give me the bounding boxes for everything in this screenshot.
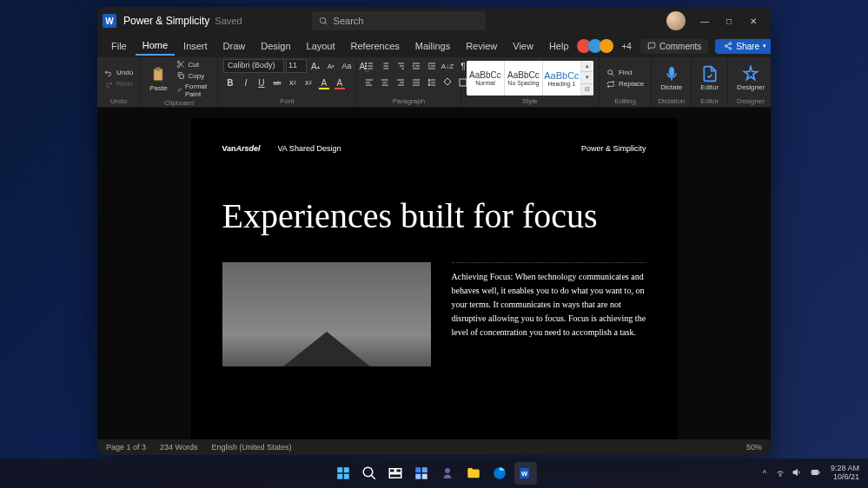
underline-button[interactable]: U xyxy=(255,76,268,89)
change-case-button[interactable]: Aa xyxy=(340,59,354,73)
presence-count[interactable]: +4 xyxy=(622,42,632,51)
search-box[interactable]: Search xyxy=(312,11,486,30)
bold-button[interactable]: B xyxy=(223,76,237,89)
cut-button[interactable]: Cut xyxy=(175,59,212,69)
line-spacing-button[interactable] xyxy=(425,76,439,89)
styles-group-label: Style xyxy=(467,97,593,106)
font-size-select[interactable]: 11 xyxy=(286,59,307,73)
user-avatar[interactable] xyxy=(666,11,686,30)
svg-rect-51 xyxy=(669,68,673,76)
edge-button[interactable] xyxy=(488,462,511,485)
style-normal[interactable]: AaBbCc Normal xyxy=(467,61,505,96)
align-center-button[interactable] xyxy=(378,76,392,89)
presence-avatars[interactable] xyxy=(580,39,613,53)
undo-button[interactable]: Undo xyxy=(103,68,135,78)
svg-point-3 xyxy=(726,45,728,48)
styles-prev-button[interactable]: ▴ xyxy=(581,61,593,72)
subscript-button[interactable]: x2 xyxy=(286,76,300,89)
copy-button[interactable]: Copy xyxy=(175,70,212,81)
menu-design[interactable]: Design xyxy=(254,37,297,55)
editor-label: Editor xyxy=(700,83,719,91)
font-color-button[interactable]: A xyxy=(333,76,347,89)
editor-group-label: Editor xyxy=(697,97,722,106)
status-language[interactable]: English (United States) xyxy=(211,443,291,452)
menu-draw[interactable]: Draw xyxy=(216,37,253,55)
ribbon: Undo Redo Undo Paste xyxy=(97,57,771,108)
designer-button[interactable]: Designer xyxy=(733,63,768,93)
start-button[interactable] xyxy=(332,462,354,485)
style-name: Normal xyxy=(475,80,495,86)
comments-button[interactable]: Comments xyxy=(640,39,708,54)
battery-icon[interactable] xyxy=(810,467,822,479)
wifi-icon[interactable] xyxy=(775,467,785,479)
copy-label: Copy xyxy=(189,72,205,80)
justify-button[interactable] xyxy=(409,76,423,89)
taskbar-search-button[interactable] xyxy=(358,462,381,485)
close-button[interactable]: ✕ xyxy=(741,9,765,33)
align-left-button[interactable] xyxy=(362,76,376,89)
status-page[interactable]: Page 1 of 3 xyxy=(106,443,146,452)
clear-formatting-button[interactable]: A∅ xyxy=(355,59,369,73)
grow-font-button[interactable]: A▴ xyxy=(308,59,322,73)
menu-insert[interactable]: Insert xyxy=(176,37,215,55)
menu-file[interactable]: File xyxy=(104,37,134,55)
search-icon xyxy=(606,69,615,77)
status-zoom[interactable]: 50% xyxy=(746,443,762,452)
redo-button[interactable]: Redo xyxy=(103,79,135,89)
decrease-indent-button[interactable] xyxy=(409,59,423,73)
menu-layout[interactable]: Layout xyxy=(300,37,342,55)
highlight-button[interactable]: A xyxy=(317,76,331,89)
styles-next-button[interactable]: ▾ xyxy=(581,72,593,83)
align-right-button[interactable] xyxy=(394,76,407,89)
shrink-font-button[interactable]: A▾ xyxy=(324,59,338,73)
menu-help[interactable]: Help xyxy=(542,37,576,55)
paste-button[interactable]: Paste xyxy=(146,64,170,94)
menu-references[interactable]: References xyxy=(344,37,407,55)
multilevel-icon xyxy=(395,61,406,71)
menu-home[interactable]: Home xyxy=(136,36,175,56)
status-words[interactable]: 234 Words xyxy=(160,443,197,452)
volume-icon[interactable] xyxy=(792,467,803,479)
dictate-label: Dictate xyxy=(660,83,682,91)
ribbon-group-clipboard: Paste Cut Copy Format Pain xyxy=(141,57,218,107)
style-no-spacing[interactable]: AaBbCc No Spacing xyxy=(505,61,543,96)
task-view-button[interactable] xyxy=(384,462,407,485)
dictate-button[interactable]: Dictate xyxy=(657,63,686,93)
minimize-button[interactable]: — xyxy=(692,9,717,33)
outdent-icon xyxy=(411,61,421,71)
sort-button[interactable]: A↓Z xyxy=(441,59,454,73)
word-taskbar-button[interactable]: W xyxy=(514,462,537,485)
increase-indent-button[interactable] xyxy=(425,59,439,73)
file-explorer-button[interactable] xyxy=(462,462,485,485)
font-name-select[interactable]: Calibri (Body) xyxy=(223,59,284,73)
document-title: Power & Simplicity xyxy=(123,15,209,27)
document-area[interactable]: VanArsdel VA Shared Design Power & Simpl… xyxy=(97,108,771,439)
find-label: Find xyxy=(619,69,633,76)
multilevel-list-button[interactable] xyxy=(394,59,407,73)
menu-review[interactable]: Review xyxy=(459,37,504,55)
widgets-button[interactable] xyxy=(410,462,433,485)
clock[interactable]: 9:28 AM 10/6/21 xyxy=(831,465,859,482)
folder-icon xyxy=(466,465,481,481)
editor-button[interactable]: Editor xyxy=(697,63,722,93)
format-painter-label: Format Paint xyxy=(185,82,210,98)
comments-label: Comments xyxy=(659,42,701,51)
share-button[interactable]: Share ▾ xyxy=(715,39,771,54)
format-painter-button[interactable]: Format Paint xyxy=(175,82,212,99)
tray-expand-button[interactable]: ^ xyxy=(763,469,766,478)
italic-button[interactable]: I xyxy=(239,76,253,89)
shading-button[interactable] xyxy=(441,76,454,89)
superscript-button[interactable]: x2 xyxy=(301,76,315,89)
numbering-button[interactable] xyxy=(378,59,392,73)
styles-expand-button[interactable]: ⊟ xyxy=(581,84,593,96)
replace-button[interactable]: Replace xyxy=(605,79,646,89)
find-button[interactable]: Find xyxy=(605,68,646,78)
strikethrough-button[interactable]: ab xyxy=(270,76,284,89)
menu-view[interactable]: View xyxy=(506,37,540,55)
maximize-button[interactable]: □ xyxy=(717,9,741,33)
teams-icon xyxy=(440,465,455,481)
svg-point-10 xyxy=(177,65,180,68)
teams-button[interactable] xyxy=(436,462,459,485)
menu-mailings[interactable]: Mailings xyxy=(408,37,457,55)
style-heading-1[interactable]: AaBbCc Heading 1 xyxy=(543,61,581,96)
